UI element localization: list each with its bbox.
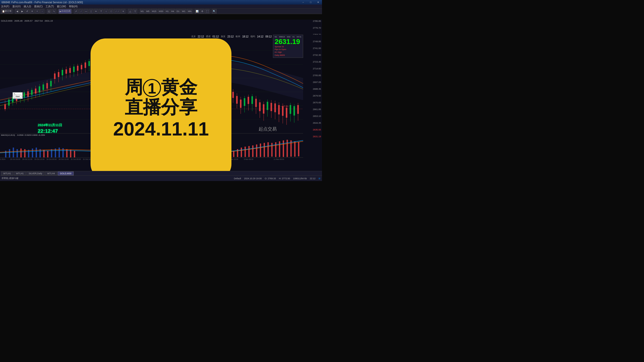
svg-rect-126 bbox=[245, 147, 246, 157]
line-tool[interactable]: ⟋ bbox=[79, 9, 83, 14]
menu-help[interactable]: 帮助(H) bbox=[69, 5, 77, 8]
template-button[interactable]: 📊 bbox=[195, 9, 199, 14]
tf-label-h1[interactable]: H1 bbox=[165, 9, 170, 14]
europe-time: 18:12 bbox=[242, 35, 249, 38]
tab-silver-daily[interactable]: SILVER,Daily bbox=[26, 171, 45, 175]
tf-label-w1[interactable]: W1 bbox=[181, 9, 187, 14]
tab-gold-m30[interactable]: GOLD,M30 bbox=[58, 171, 74, 175]
tf-label-h4[interactable]: H4 bbox=[170, 9, 175, 14]
chart-container: 北京 22:12 悉尼 01:12 东京 23:12 欧州 18:12 纽约 1… bbox=[0, 20, 322, 171]
svg-rect-48 bbox=[81, 65, 82, 69]
zoom-out-button[interactable]: - bbox=[40, 9, 45, 14]
qidian-label: 起点交易 bbox=[259, 126, 277, 132]
overlay-line1: 周1黄金 bbox=[125, 77, 197, 97]
tab-bar: WTI,H1 WTI,H1 SILVER,Daily WTI,H4 GOLD,M… bbox=[0, 171, 322, 175]
vline-tool[interactable]: | bbox=[89, 9, 93, 14]
tf-label-m1[interactable]: M1 bbox=[140, 9, 145, 14]
menu-insert[interactable]: 插入(I) bbox=[24, 5, 31, 8]
status-date: 2024.10.29 19:00 bbox=[244, 177, 262, 180]
svg-rect-38 bbox=[62, 70, 63, 75]
tab-wtlh4[interactable]: WTI,H4 bbox=[45, 171, 57, 175]
menu-view[interactable]: 显示(V) bbox=[12, 5, 21, 8]
svg-rect-135 bbox=[279, 141, 280, 157]
pencil-tool[interactable]: ✏ bbox=[94, 9, 98, 14]
ellipse-tool[interactable]: ○ bbox=[104, 9, 108, 14]
menu-chart[interactable]: 图表(C) bbox=[34, 5, 43, 8]
svg-rect-125 bbox=[241, 148, 242, 157]
svg-rect-72 bbox=[244, 98, 245, 106]
triangle-down-tool[interactable]: ▽ bbox=[133, 9, 137, 14]
nav-back-button[interactable]: ◀ bbox=[15, 9, 19, 14]
svg-rect-109 bbox=[28, 150, 29, 157]
tf-label-m15[interactable]: M15 bbox=[151, 9, 157, 14]
indicator-button[interactable]: ∿ bbox=[52, 9, 56, 14]
overlay-line3: 2024.11.11 bbox=[113, 117, 209, 140]
price-level-16: 2635.55 bbox=[304, 129, 322, 131]
search-button[interactable]: 🔍 bbox=[212, 9, 217, 14]
price-details: Spread 32 Pips to Open Hi: High Daily At… bbox=[275, 45, 301, 57]
svg-rect-104 bbox=[9, 149, 10, 158]
new-chart-button[interactable]: ◱ bbox=[47, 9, 51, 14]
windows-icon: ⊞ bbox=[318, 177, 320, 180]
svg-rect-84 bbox=[267, 102, 268, 110]
new-order-button[interactable]: 📋 新订单 bbox=[1, 9, 13, 14]
tf-label-m5[interactable]: M5 bbox=[145, 9, 151, 14]
tab-wtlh1-1[interactable]: WTI,H1 bbox=[1, 171, 13, 175]
svg-rect-131 bbox=[264, 143, 265, 157]
extra-time: 09:12 bbox=[265, 35, 272, 38]
refresh-button[interactable]: ↺ bbox=[25, 9, 29, 14]
circled-1: 1 bbox=[143, 79, 161, 97]
bottom-datetime: 2024年11月11日 22:12:47 bbox=[38, 123, 62, 134]
hline-tool[interactable]: — bbox=[84, 9, 88, 14]
svg-rect-117 bbox=[59, 148, 60, 158]
svg-rect-28 bbox=[43, 84, 44, 90]
channel-tool[interactable]: ⟋⟋ bbox=[114, 9, 120, 14]
fib-tool[interactable]: ≡ bbox=[121, 9, 126, 14]
close-button[interactable]: ✕ bbox=[314, 0, 322, 5]
svg-rect-123 bbox=[233, 151, 234, 157]
tf-label-m30[interactable]: M30 bbox=[158, 9, 165, 14]
fullscreen-button[interactable]: ⛶ bbox=[205, 9, 210, 14]
start-button[interactable]: Start bbox=[14, 95, 21, 98]
separator5 bbox=[127, 9, 127, 13]
tf-label-d1[interactable]: D1 bbox=[176, 9, 181, 14]
zoom-in-button[interactable]: + bbox=[35, 9, 39, 14]
svg-rect-129 bbox=[256, 144, 257, 157]
settings-button[interactable]: ⚙ bbox=[200, 9, 205, 14]
nav-forward-button[interactable]: ▶ bbox=[20, 9, 24, 14]
small-popup[interactable]: P... Start bbox=[13, 92, 23, 99]
tab-wtlh1-2[interactable]: WTI,H1 bbox=[14, 171, 26, 175]
text-tool[interactable]: T bbox=[99, 9, 103, 14]
time-tick-5: 30 Oct 12:00 bbox=[59, 158, 69, 160]
svg-rect-140 bbox=[298, 142, 299, 156]
cursor-tool[interactable]: ↗ bbox=[74, 9, 78, 14]
minimize-button[interactable]: − bbox=[299, 0, 307, 5]
app-title: 686848: FxPro.com-Real06 - FxPro Financi… bbox=[2, 1, 83, 4]
triangle-up-tool[interactable]: △ bbox=[128, 9, 132, 14]
stop-button[interactable]: ✕ bbox=[30, 9, 34, 14]
separator4 bbox=[72, 9, 73, 13]
svg-rect-120 bbox=[70, 150, 71, 157]
price-current: 2631.19 bbox=[304, 135, 322, 138]
time-tick-6: 31 Oct 00:00 bbox=[71, 158, 81, 160]
auto-trade-button[interactable]: ▶ 自动交易 bbox=[59, 9, 71, 14]
svg-rect-76 bbox=[251, 96, 253, 104]
price-level-0: 2785.85 bbox=[304, 20, 322, 22]
separator6 bbox=[138, 9, 139, 13]
sydney-label: 悉尼 bbox=[206, 35, 211, 38]
menu-file[interactable]: 文件(F) bbox=[1, 5, 9, 8]
menu-tools[interactable]: 工具(T) bbox=[46, 5, 54, 8]
profile-label: Default bbox=[234, 177, 241, 180]
maximize-button[interactable]: □ bbox=[307, 0, 314, 5]
svg-rect-8 bbox=[4, 104, 6, 109]
separator bbox=[14, 9, 14, 13]
menu-window[interactable]: 窗口(W) bbox=[57, 5, 66, 8]
price-level-7: 2714.60 bbox=[304, 68, 322, 70]
tf-label-mn[interactable]: MN bbox=[187, 9, 192, 14]
svg-rect-110 bbox=[32, 148, 33, 158]
price-level-8: 2705.85 bbox=[304, 74, 322, 77]
svg-rect-112 bbox=[39, 149, 41, 158]
rect-tool[interactable]: □ bbox=[109, 9, 113, 14]
separator8 bbox=[211, 9, 211, 13]
svg-rect-68 bbox=[236, 96, 238, 104]
